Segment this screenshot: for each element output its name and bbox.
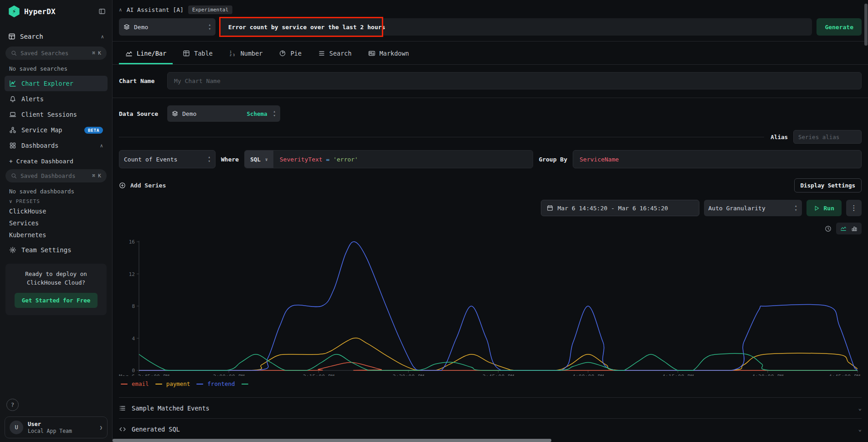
group-by-value: ServiceName [580,156,619,163]
tab-pie[interactable]: Pie [272,42,308,64]
group-by-input[interactable]: ServiceName [573,150,862,168]
tab-label: Table [194,50,213,57]
preset-clickhouse[interactable]: ClickHouse [5,205,108,217]
aggregation-select[interactable]: Count of Events ▴▾ [119,150,216,168]
legend-item[interactable]: email [121,380,149,387]
horizontal-scrollbar[interactable] [113,439,868,442]
alias-input[interactable] [793,130,862,144]
chevron-down-icon: ∨ [265,157,268,162]
table-icon [183,50,190,57]
legend-item[interactable] [241,384,248,385]
list-icon [119,405,126,412]
run-label: Run [824,205,834,212]
chevron-down-icon: ⌄ [858,405,862,411]
sidebar-item-service-map[interactable]: Service Map BETA [5,122,108,138]
generate-button[interactable]: Generate [817,18,862,36]
clock-icon[interactable] [825,225,832,232]
chevron-up-icon: ∧ [100,143,103,149]
number-123-icon: 123 [229,50,236,57]
legend-dash-icon [241,384,248,385]
collapse-assistant-icon[interactable]: ∧ [119,7,122,13]
tab-label: Pie [290,50,301,57]
promo-text: Ready to deploy on ClickHouse Cloud? [10,270,102,287]
user-name: User [28,421,95,427]
updown-chevron-icon: ▴▾ [208,155,211,163]
sidebar-item-dashboards[interactable]: Dashboards ∧ [5,138,108,153]
sample-events-label: Sample Matched Events [132,405,210,412]
search-icon [11,50,17,56]
tab-table[interactable]: Table [176,42,219,64]
language-select[interactable]: SQL ∨ [245,151,273,168]
search-section-icon [8,33,15,40]
layers-icon [172,110,178,117]
sidebar-item-chart-explorer[interactable]: Chart Explorer [5,76,108,91]
legend-dash-icon [155,384,162,385]
chart-toggles-row [113,223,868,234]
chart-type-tabs: Line/Bar Table 123 Number Pie Search Mar… [113,42,868,65]
legend-dash-icon [121,384,128,385]
sidebar-item-team-settings[interactable]: Team Settings [5,241,108,255]
logo-row: ⚡ HyperDX [5,5,108,17]
svg-text:3: 3 [233,53,235,57]
tab-markdown[interactable]: Markdown [362,42,416,64]
saved-dashboards-field[interactable] [21,172,88,179]
vertical-scrollbar-thumb[interactable] [864,4,868,46]
sample-events-panel-header[interactable]: Sample Matched Events ⌄ [119,397,862,418]
updown-chevron-icon: ▴▾ [273,109,276,118]
chart-name-input[interactable] [167,72,862,89]
layers-icon [123,24,130,30]
tab-number[interactable]: 123 Number [223,42,269,64]
no-saved-searches-text: No saved searches [5,62,108,76]
help-icon[interactable]: ? [6,399,19,411]
granularity-select[interactable]: Auto Granularity ▴▾ [704,200,802,216]
bar-chart-toggle[interactable] [850,224,859,233]
time-range-input[interactable]: Mar 6 14:45:20 - Mar 6 16:45:20 [541,200,699,216]
legend-item[interactable]: frontend [196,380,235,387]
get-started-button[interactable]: Get Started for Free [15,293,98,308]
preset-services[interactable]: Services [5,217,108,229]
svg-text:12: 12 [129,271,135,277]
language-value: SQL [250,156,261,163]
line-chart[interactable]: 0481216Mar 6 2:45:00 PM3:00:00 PM3:15:00… [119,238,861,376]
tab-line-bar[interactable]: Line/Bar [119,42,173,64]
aggregation-value: Count of Events [124,156,177,163]
preset-kubernetes[interactable]: Kubernetes [5,229,108,241]
assistant-source-select[interactable]: Demo ▴▾ [119,18,216,36]
sidebar-item-alerts[interactable]: Alerts [5,91,108,107]
sidebar-section-search[interactable]: Search ∧ [5,29,108,44]
add-series-button[interactable]: Add Series [119,182,166,189]
saved-searches-input[interactable]: ⌘ K [5,47,107,60]
generated-sql-label: Generated SQL [132,426,180,433]
svg-text:3:15:00 PM: 3:15:00 PM [303,374,334,376]
sidebar-item-client-sessions[interactable]: Client Sessions [5,107,108,122]
line-chart-toggle[interactable] [839,224,848,233]
experimental-badge: Experimental [188,5,232,14]
search-icon [11,173,17,179]
assistant-prompt-input[interactable] [220,18,812,36]
display-settings-button[interactable]: Display Settings [794,178,862,192]
saved-searches-field[interactable] [21,50,88,57]
sidebar: ⚡ HyperDX Search ∧ ⌘ K No saved searches… [0,0,113,442]
play-icon [814,205,820,211]
user-menu[interactable]: U User Local App Team ❯ [5,416,108,438]
presets-header[interactable]: ∨ PRESETS [5,196,108,205]
tab-search[interactable]: Search [312,42,358,64]
hyperdx-logo-icon: ⚡ [8,5,20,17]
vertical-scrollbar[interactable] [864,0,868,442]
where-input[interactable]: SQL ∨ SeverityText = 'error' [244,150,533,168]
generated-sql-panel-header[interactable]: Generated SQL ⌄ [119,418,862,439]
team-settings-label: Team Settings [21,246,72,254]
legend-item[interactable]: payment [155,380,190,387]
main-content: ∧ AI Assistant [A] Experimental Demo ▴▾ … [113,0,868,442]
chart-area: 0481216Mar 6 2:45:00 PM3:00:00 PM3:15:00… [113,238,868,387]
more-options-button[interactable]: ⋮ [846,200,862,216]
collapse-sidebar-icon[interactable] [98,8,106,15]
saved-dashboards-input[interactable]: ⌘ K [5,169,107,182]
where-expression[interactable]: SeverityText = 'error' [273,151,365,168]
schema-link[interactable]: Schema [247,110,267,117]
data-source-select[interactable]: Demo Schema ▴▾ [167,105,280,122]
horizontal-scrollbar-thumb[interactable] [113,439,551,442]
run-button[interactable]: Run [806,200,842,216]
create-dashboard-button[interactable]: + Create Dashboard [5,153,108,166]
updown-chevron-icon: ▴▾ [209,23,211,31]
